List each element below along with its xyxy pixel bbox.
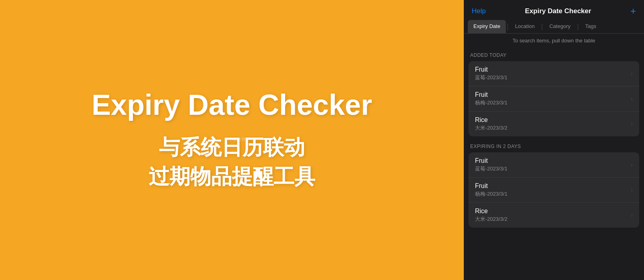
section-header-expiring: EXPIRING IN 2 DAYS [469,138,639,152]
list-item[interactable]: Fruit 蓝莓-2023/3/1 › [469,152,639,178]
list-item[interactable]: Fruit 杨梅-2023/3/1 › [469,178,639,203]
row-subtitle: 蓝莓-2023/3/1 [475,74,507,81]
list-item[interactable]: Rice 大米-2023/3/2 › [469,203,639,228]
row-title: Fruit [475,182,507,190]
row-subtitle: 杨梅-2023/3/1 [475,99,507,106]
chevron-icon: › [631,121,633,127]
row-title: Fruit [475,157,507,164]
row-title: Fruit [475,91,507,98]
tab-divider-1: | [506,20,509,33]
list-item[interactable]: Rice 大米-2023/3/2 › [469,112,639,136]
left-panel: Expiry Date Checker 与系统日历联动 过期物品提醒工具 小众软… [0,0,464,280]
row-subtitle: 大米-2023/3/2 [475,216,507,223]
list-content[interactable]: ADDED TODAY Fruit 蓝莓-2023/3/1 › Fruit 杨梅… [464,47,644,280]
tab-location[interactable]: Location [509,20,540,33]
right-panel: Help Expiry Date Checker + Expiry Date |… [464,0,644,280]
app-title: Expiry Date Checker [525,7,591,15]
chevron-icon: › [631,70,633,77]
row-title: Rice [475,116,507,124]
row-subtitle: 杨梅-2023/3/1 [475,190,507,198]
row-title: Rice [475,208,507,215]
main-title: Expiry Date Checker [92,89,372,121]
section-header-added-today: ADDED TODAY [469,47,639,61]
help-button[interactable]: Help [472,7,486,15]
chevron-icon: › [631,212,633,218]
tab-expiry-date[interactable]: Expiry Date [468,20,506,33]
add-button[interactable]: + [630,6,636,16]
list-item[interactable]: Fruit 蓝莓-2023/3/1 › [469,61,639,86]
phone-topbar: Help Expiry Date Checker + [464,0,644,20]
row-title: Fruit [475,66,507,73]
tab-tags[interactable]: Tags [580,20,602,33]
tab-bar: Expiry Date | Location | Category | Tags [464,20,644,34]
search-hint: To search items, pull down the table [464,34,644,47]
row-subtitle: 大米-2023/3/2 [475,124,507,132]
tab-divider-3: | [576,20,580,33]
tab-category[interactable]: Category [544,20,576,33]
watermark: 小众软件 [228,136,246,142]
added-today-group: Fruit 蓝莓-2023/3/1 › Fruit 杨梅-2023/3/1 › … [469,61,639,136]
row-subtitle: 蓝莓-2023/3/1 [475,165,507,172]
list-item[interactable]: Fruit 杨梅-2023/3/1 › [469,86,639,112]
sub-line-2: 过期物品提醒工具 [149,162,315,191]
tab-divider-2: | [540,20,544,33]
chevron-icon: › [631,96,633,102]
expiring-group: Fruit 蓝莓-2023/3/1 › Fruit 杨梅-2023/3/1 › … [469,152,639,228]
chevron-icon: › [631,187,633,193]
chevron-icon: › [631,162,633,168]
